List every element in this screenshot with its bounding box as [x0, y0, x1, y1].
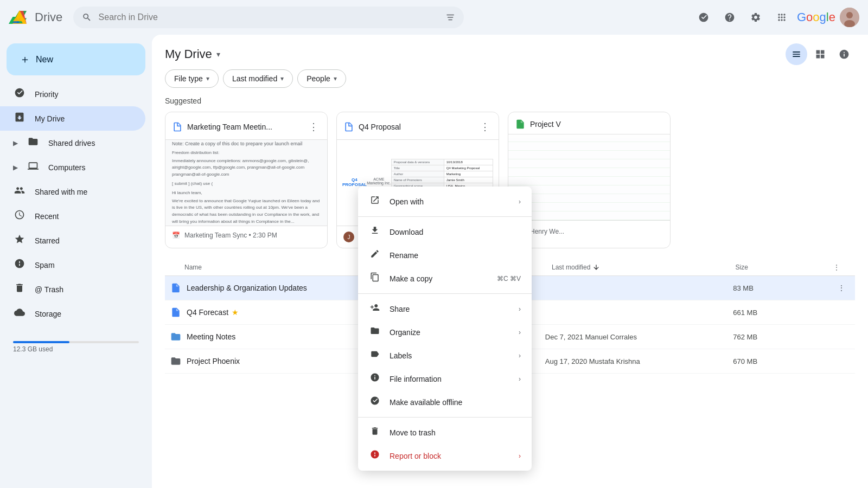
- download-icon: [369, 226, 381, 238]
- search-bar[interactable]: [73, 7, 464, 28]
- sidebar-item-my-drive[interactable]: My Drive: [0, 106, 145, 131]
- spam-icon: [13, 258, 26, 272]
- make-copy-label: Make a copy: [390, 274, 488, 283]
- filter-last-modified-label: Last modified: [232, 74, 277, 83]
- suggested-card-1[interactable]: Marketing Team Meetin... ⋮ Note: Create …: [165, 112, 328, 248]
- sidebar-item-spam[interactable]: Spam: [0, 253, 145, 277]
- drive-dropdown-icon[interactable]: ▾: [216, 50, 220, 59]
- report-icon: [369, 450, 381, 462]
- context-menu-item-share[interactable]: Share ›: [358, 297, 532, 320]
- file-icon-4: [169, 355, 182, 368]
- col-modified-3: Dec 7, 2021 Manuel Corrales: [545, 333, 733, 341]
- list-view-button[interactable]: [786, 43, 807, 65]
- filter-icon[interactable]: [445, 12, 455, 23]
- tasks-icon[interactable]: [693, 7, 714, 28]
- sidebar-item-trash[interactable]: @ Trash: [0, 277, 145, 301]
- context-menu-item-offline[interactable]: Make available offline: [358, 390, 532, 414]
- filter-people[interactable]: People ▾: [297, 69, 346, 88]
- my-drive-icon: [13, 112, 26, 125]
- shared-with-me-icon: [13, 185, 26, 198]
- context-menu: Open with › Download Rename: [358, 187, 532, 471]
- priority-label: Priority: [35, 90, 59, 99]
- col-size-3: 762 MB: [733, 332, 833, 341]
- file-info-arrow: ›: [519, 375, 521, 383]
- apps-icon[interactable]: [771, 7, 793, 28]
- computers-label: Computers: [48, 163, 85, 172]
- make-copy-icon: [369, 272, 381, 285]
- sidebar-item-priority[interactable]: Priority: [0, 82, 145, 106]
- rename-label: Rename: [390, 251, 521, 260]
- col-modified-header[interactable]: Last modified: [552, 264, 735, 271]
- svg-point-2: [846, 12, 853, 18]
- menu-divider-3: [358, 417, 532, 418]
- new-button[interactable]: ＋ New: [7, 43, 145, 75]
- card-menu-2[interactable]: ⋮: [478, 119, 492, 135]
- calendar-icon-1: 📅: [172, 232, 180, 239]
- file-name-3: Meeting Notes: [187, 332, 235, 341]
- col-modified-4: Aug 17, 2020 Mustafa Krishna: [545, 357, 733, 365]
- suggested-card-3[interactable]: Project V H Henry We...: [508, 112, 671, 248]
- search-icon: [82, 12, 92, 23]
- logo: Drive: [9, 7, 62, 28]
- grid-view-button[interactable]: [809, 43, 831, 65]
- organize-label: Organize: [390, 328, 510, 337]
- report-arrow: ›: [519, 452, 521, 460]
- card-menu-1[interactable]: ⋮: [307, 119, 321, 135]
- plus-icon: ＋: [20, 52, 30, 67]
- storage-bar: [13, 341, 139, 343]
- col-size-1: 83 MB: [733, 284, 833, 292]
- context-menu-item-rename[interactable]: Rename: [358, 243, 532, 267]
- suggested-label: Suggested: [152, 97, 868, 112]
- page-title: My Drive: [165, 47, 212, 61]
- download-label: Download: [390, 228, 521, 236]
- sidebar-item-shared-drives[interactable]: ▶ Shared drives: [0, 131, 145, 155]
- card-preview-3: [508, 134, 670, 221]
- context-menu-item-open-with[interactable]: Open with ›: [358, 190, 532, 213]
- col-actions-3: ⋮: [833, 332, 855, 341]
- card-header-3: Project V: [508, 112, 670, 134]
- labels-icon: [369, 349, 381, 362]
- card-title-3: Project V: [530, 120, 663, 129]
- context-menu-item-file-info[interactable]: File information ›: [358, 367, 532, 390]
- info-button[interactable]: [833, 43, 855, 65]
- col-size-2: 661 MB: [733, 308, 833, 317]
- context-menu-item-report[interactable]: Report or block ›: [358, 444, 532, 467]
- offline-label: Make available offline: [390, 398, 521, 407]
- context-menu-item-trash[interactable]: Move to trash: [358, 421, 532, 444]
- rename-icon: [369, 249, 381, 261]
- sidebar-item-shared-with-me[interactable]: Shared with me: [0, 179, 145, 204]
- filter-file-type[interactable]: File type ▾: [165, 69, 219, 88]
- row-menu-1[interactable]: ⋮: [833, 281, 850, 294]
- expand-computers-icon: ▶: [13, 164, 18, 171]
- sidebar-item-computers[interactable]: ▶ Computers: [0, 155, 145, 179]
- sidebar-item-starred[interactable]: Starred: [0, 228, 145, 253]
- help-icon[interactable]: [719, 7, 741, 28]
- context-menu-item-make-copy[interactable]: Make a copy ⌘C ⌘V: [358, 267, 532, 290]
- starred-label: Starred: [35, 236, 60, 245]
- settings-icon[interactable]: [745, 7, 767, 28]
- sidebar-item-recent[interactable]: Recent: [0, 204, 145, 228]
- avatar[interactable]: [840, 8, 859, 27]
- context-menu-item-labels[interactable]: Labels ›: [358, 344, 532, 367]
- make-copy-shortcut: ⌘C ⌘V: [497, 275, 521, 282]
- file-name-1: Leadership & Organization Updates: [187, 284, 307, 292]
- starred-icon: [13, 234, 26, 247]
- google-logo: Google: [797, 10, 835, 24]
- context-menu-item-download[interactable]: Download: [358, 220, 532, 243]
- view-toggle: [786, 43, 855, 65]
- card-preview-1: Note: Create a copy of this doc to prepa…: [165, 139, 327, 226]
- filter-last-modified[interactable]: Last modified ▾: [223, 69, 293, 88]
- content-header: My Drive ▾: [165, 47, 220, 61]
- share-icon: [369, 303, 381, 315]
- more-options-header[interactable]: ⋮: [833, 264, 840, 271]
- spam-label: Spam: [35, 261, 55, 269]
- col-actions-4: ⋮: [833, 357, 855, 365]
- main-area: ＋ New Priority My Drive ▶: [0, 35, 868, 488]
- trash-label-action: Move to trash: [390, 428, 521, 437]
- sidebar-item-storage[interactable]: Storage: [0, 301, 145, 326]
- context-menu-item-organize[interactable]: Organize ›: [358, 320, 532, 344]
- sidebar: ＋ New Priority My Drive ▶: [0, 35, 152, 488]
- search-input[interactable]: [99, 12, 439, 22]
- content-area: My Drive ▾ File t: [152, 35, 868, 488]
- labels-arrow: ›: [519, 352, 521, 359]
